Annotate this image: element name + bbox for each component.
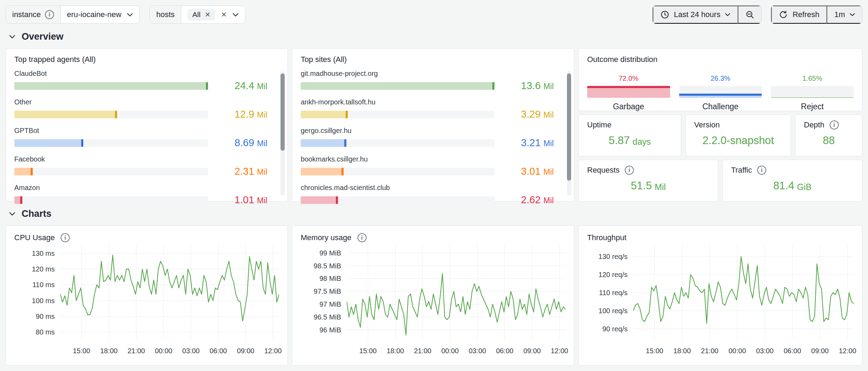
x-tick-label: 18:00: [100, 347, 117, 355]
info-icon[interactable]: i: [757, 166, 766, 175]
x-tick-label: 09:00: [523, 347, 541, 355]
bar-gauge-row: Facebook2.31 Mil: [14, 155, 267, 177]
x-tick-label: 09:00: [237, 347, 254, 355]
stat-value-number: 2.2.0-snapshot: [702, 134, 774, 147]
stat-row-2: Requestsi51.5MilTraffici81.4GiB: [578, 160, 862, 202]
outcome-gauge-cap: [587, 86, 670, 88]
panel-memory-usage: Memory usage i 96 MiB96.5 MiB97 MiB97.5 …: [292, 226, 574, 365]
hosts-filter-value[interactable]: All ✕ ✕: [181, 6, 245, 23]
chart-area: 90 req/s100 req/s110 req/s120 req/s130 r…: [587, 244, 854, 360]
y-tick-label: 130 req/s: [599, 253, 628, 261]
bar-gauge-fill: [14, 111, 117, 118]
refresh-interval-button[interactable]: 1m: [827, 6, 862, 24]
bar-gauge-label: gergo.csillger.hu: [301, 127, 554, 135]
bar-gauge-label: git.madhouse-project.org: [301, 70, 554, 78]
bar-gauge-track: [14, 82, 208, 90]
hosts-filter-label-text: hosts: [156, 10, 175, 19]
outcome-gauge-value: 72.0%: [587, 74, 670, 82]
bar-gauge-track: [14, 111, 208, 118]
stat-label-row: Uptime: [587, 120, 673, 129]
bar-gauge-track: [14, 168, 208, 175]
refresh-button[interactable]: Refresh: [771, 6, 827, 24]
bar-gauge-row: Other12.9 Mil: [14, 98, 267, 120]
hosts-chip-all[interactable]: All ✕: [187, 9, 215, 21]
y-tick-label: 130 ms: [32, 250, 55, 258]
stat-value: 88: [804, 129, 854, 150]
scrollbar[interactable]: [281, 71, 285, 196]
bar-gauge-line: 3.29 Mil: [301, 109, 554, 120]
stat-label: Uptime: [587, 120, 612, 129]
plot-area[interactable]: [347, 244, 566, 341]
chart-title-row: Memory usage i: [301, 231, 566, 244]
bar-gauge-cap: [336, 196, 338, 204]
y-tick-label: 97 MiB: [320, 300, 341, 308]
x-tick-label: 06:00: [784, 347, 801, 355]
info-icon[interactable]: i: [45, 10, 54, 19]
x-tick-label: 15:00: [646, 347, 663, 355]
chart-area: 96 MiB96.5 MiB97 MiB97.5 MiB98 MiB98.5 M…: [301, 244, 566, 360]
chip-remove-icon[interactable]: ✕: [205, 11, 210, 18]
panel-title: Top sites (All): [301, 55, 566, 64]
stat-label-row: Version: [694, 120, 782, 129]
bar-gauge-line: 2.62 Mil: [301, 194, 554, 206]
x-tick-label: 18:00: [673, 347, 691, 355]
refresh-group: Refresh 1m: [771, 5, 862, 24]
charts-section-title: Charts: [22, 208, 52, 219]
bar-gauge-line: 13.6 Mil: [301, 80, 554, 92]
charts-section-header[interactable]: Charts: [9, 208, 862, 219]
outcome-gauge-bar: [679, 86, 762, 98]
zoom-out-button[interactable]: [738, 6, 761, 24]
bar-gauge-value: 13.6 Mil: [501, 80, 554, 92]
y-tick-label: 80 ms: [36, 328, 55, 336]
info-icon[interactable]: i: [830, 120, 839, 129]
stat-value: 81.4GiB: [731, 175, 854, 196]
info-icon[interactable]: i: [625, 166, 634, 175]
time-range-button[interactable]: Last 24 hours: [653, 6, 738, 24]
y-tick-label: 120 ms: [32, 265, 55, 273]
bar-gauge-label: ClaudeBot: [14, 70, 267, 78]
panel-top-trapped-agents: Top trapped agents (All) ClaudeBot24.4 M…: [6, 48, 288, 202]
bar-gauge-fill: [301, 196, 338, 204]
stat-value: 51.5Mil: [587, 175, 709, 196]
bar-gauge-cap: [81, 139, 83, 147]
bar-gauge-track: [14, 196, 208, 204]
scrollbar-thumb[interactable]: [281, 73, 285, 151]
x-tick-label: 06:00: [496, 347, 513, 355]
bar-gauge-value: 1.01 Mil: [215, 194, 267, 206]
y-tick-label: 97.5 MiB: [314, 287, 341, 295]
outcome-gauge-name: Garbage: [587, 102, 670, 111]
overview-section-header[interactable]: Overview: [9, 31, 862, 42]
x-tick-label: 12:00: [551, 347, 568, 355]
y-tick-label: 100 req/s: [599, 307, 628, 315]
clear-all-icon[interactable]: ✕: [221, 11, 227, 18]
y-tick-label: 110 req/s: [599, 289, 628, 297]
scrollbar[interactable]: [567, 71, 571, 196]
y-tick-label: 100 ms: [32, 297, 55, 305]
stat-label-row: Traffici: [731, 166, 854, 175]
bar-gauge-row: ClaudeBot24.4 Mil: [14, 70, 267, 92]
plot-area[interactable]: [633, 244, 854, 341]
info-icon[interactable]: i: [358, 233, 367, 242]
bar-gauge-label: Facebook: [14, 155, 267, 163]
bar-gauge-track: [301, 111, 494, 118]
bar-gauge-label: Amazon: [14, 184, 267, 192]
bar-gauge-label: GPTBot: [14, 127, 267, 135]
info-icon[interactable]: i: [61, 233, 70, 242]
outcome-gauge-fill: [679, 94, 762, 98]
hosts-filter: hosts All ✕ ✕: [149, 6, 245, 24]
bar-gauge-track: [301, 139, 494, 147]
x-tick-label: 21:00: [414, 347, 431, 355]
panel-stat-requests: Requestsi51.5Mil: [578, 160, 718, 202]
y-tick-label: 120 req/s: [599, 271, 628, 279]
x-tick-label: 21:00: [701, 347, 719, 355]
bar-gauge-fill: [301, 168, 344, 175]
scrollbar-thumb[interactable]: [567, 73, 571, 181]
outcome-gauge-name: Challenge: [679, 102, 762, 111]
stat-label: Version: [694, 120, 720, 129]
plot-area[interactable]: [60, 244, 279, 341]
panel-title: CPU Usage: [14, 233, 55, 242]
outcome-gauge-fill: [771, 97, 854, 98]
bar-gauge-value: 2.62 Mil: [501, 194, 554, 206]
instance-filter-value[interactable]: eru-iocaine-new: [61, 6, 140, 23]
bar-gauge-row: ankh-morpork.tallsoft.hu3.29 Mil: [301, 98, 554, 120]
